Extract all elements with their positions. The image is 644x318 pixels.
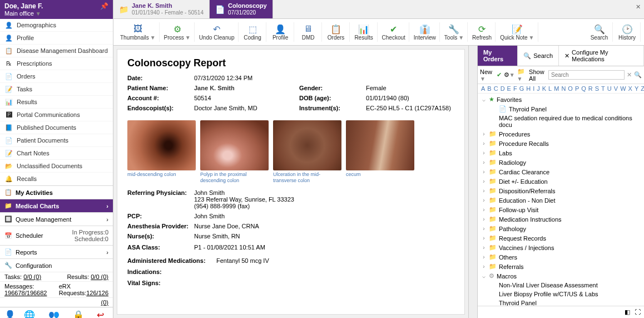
tree-node-9[interactable]: ›📁Disposition/Referrals (478, 186, 644, 195)
section-activities[interactable]: 📋My Activities (0, 185, 113, 199)
folder-dropdown[interactable]: 📁▼ (517, 68, 527, 82)
section-medical-charts[interactable]: 📁Medical Charts › (0, 199, 113, 212)
alpha-Q[interactable]: Q (580, 85, 587, 92)
btn-contacts[interactable]: 👥Contacts (42, 310, 66, 318)
tab-patient[interactable]: 📁Jane K. Smith01/01/1940 - Female - 5051… (113, 0, 210, 18)
pin-icon[interactable]: 📌 (100, 2, 108, 10)
alpha-J[interactable]: J (536, 85, 541, 92)
alpha-B[interactable]: B (486, 85, 492, 92)
alpha-U[interactable]: U (606, 85, 613, 92)
messages-link[interactable]: 196678/196682 (4, 290, 47, 296)
tree-node-8[interactable]: ›📁Diet +/- Education (478, 177, 644, 186)
alpha-R[interactable]: R (587, 85, 594, 92)
tree-node-1[interactable]: 📄Thyroid Panel (478, 104, 644, 114)
rb-tools[interactable]: 🔧Tools ▼ (441, 22, 468, 42)
tree-node-11[interactable]: ›📁Follow-up Visit (478, 205, 644, 214)
office-selector[interactable]: Main office ▼ (4, 10, 43, 17)
tree-node-17[interactable]: ›📁Referrals (478, 262, 644, 271)
section-reports[interactable]: 📄Reports › (0, 245, 113, 258)
results-link[interactable]: 0/0 (0) (91, 273, 108, 280)
tree-node-3[interactable]: ›📁Procedures (478, 129, 644, 139)
tree-node-12[interactable]: ›📁Medication Instructions (478, 214, 644, 224)
tree-node-0[interactable]: ⌵★Favorites (478, 95, 644, 104)
nav-tasks[interactable]: 📝Tasks (0, 83, 113, 96)
tree-node-18[interactable]: ⌵⚙Macros (478, 271, 644, 281)
rb-dmd[interactable]: 🖥DMD (295, 22, 322, 42)
alpha-A[interactable]: A (480, 85, 486, 92)
nav-orders[interactable]: 📄Orders (0, 70, 113, 83)
alpha-X[interactable]: X (627, 85, 633, 92)
btn-refs[interactable]: 🌐Refs (23, 310, 36, 318)
tree-node-4[interactable]: ›📁Procedure Recalls (478, 139, 644, 148)
tree-node-19[interactable]: Non-Viral Liver Disease Assessment (478, 281, 644, 290)
btn-lock[interactable]: 🔒Lock (72, 310, 85, 318)
rb-orders[interactable]: 📋Orders (323, 22, 350, 42)
nav-published[interactable]: 📘Published Documents (0, 121, 113, 134)
rb-refresh[interactable]: ⟳Refresh (469, 22, 496, 42)
alpha-T[interactable]: T (600, 85, 606, 92)
rb-quicknote[interactable]: 📝Quick Note ▼ (497, 22, 538, 42)
tree-node-5[interactable]: ›📁Labs (478, 148, 644, 158)
new-dropdown[interactable]: New ▼ (480, 69, 494, 82)
alpha-N[interactable]: N (560, 85, 567, 92)
rb-interview[interactable]: 👔Interview (410, 22, 440, 42)
report-panel[interactable]: Colonoscopy Report Date:07/31/2020 12:34… (117, 49, 465, 315)
tree-node-20[interactable]: Liver Biopsy Profile w/CT/US & Labs (478, 290, 644, 299)
section-config[interactable]: 🔧Configuration (0, 258, 113, 272)
alpha-C[interactable]: C (493, 85, 499, 92)
btn-prefs[interactable]: 👤Prefs (3, 310, 17, 318)
nav-results[interactable]: 📊Results (0, 96, 113, 109)
search-icon[interactable]: 🔍 (634, 71, 642, 79)
alpha-W[interactable]: W (619, 85, 627, 92)
orders-tab-1[interactable]: 🔍Search (518, 46, 559, 66)
close-icon[interactable]: ✕ (636, 3, 641, 11)
alpha-E[interactable]: E (506, 85, 512, 92)
tree-node-15[interactable]: ›📁Vaccines / Injections (478, 243, 644, 252)
rb-search[interactable]: 🔍Search (586, 22, 613, 42)
alpha-Y[interactable]: Y (633, 85, 640, 92)
rb-process[interactable]: ⚙Process ▼ (161, 22, 195, 42)
thumbnail-2[interactable]: Ulceration in the mid-transverse colon (273, 120, 341, 184)
alpha-L[interactable]: L (547, 85, 553, 92)
rb-history[interactable]: 🕑History (614, 22, 641, 42)
tree-node-10[interactable]: ›📁Education - Non Diet (478, 195, 644, 205)
alpha-O[interactable]: O (567, 85, 574, 92)
section-queue[interactable]: 🔲Queue Management › (0, 212, 113, 226)
tree-node-6[interactable]: ›📁Radiology (478, 158, 644, 167)
btn-logout[interactable]: ↩Logout (91, 310, 110, 318)
alpha-P[interactable]: P (574, 85, 580, 92)
nav-portal[interactable]: 🅿Portal Communications (0, 109, 113, 121)
tree-node-7[interactable]: ›📁Cardiac Clearance (478, 167, 644, 177)
tree-node-14[interactable]: ›📁Request Records (478, 233, 644, 243)
tasks-link[interactable]: 0/0 (0) (23, 273, 41, 280)
scrollbar[interactable] (468, 46, 477, 318)
alpha-S[interactable]: S (594, 85, 600, 92)
tree-node-16[interactable]: ›📁Others (478, 252, 644, 262)
alpha-G[interactable]: G (518, 85, 526, 92)
gear-dropdown[interactable]: ⚙▼ (504, 71, 515, 79)
rb-undo[interactable]: ↶Undo Cleanup (196, 22, 239, 42)
nav-demographics[interactable]: 👤Demographics (0, 19, 113, 32)
clear-icon[interactable]: ✕ (627, 71, 632, 79)
alpha-F[interactable]: F (512, 85, 518, 92)
rb-checkout[interactable]: ✔Checkout (379, 22, 409, 42)
alpha-Z[interactable]: Z (640, 85, 644, 92)
erx-link[interactable]: 126/126 (86, 290, 108, 296)
nav-unclassified[interactable]: 📂Unclassified Documents (0, 160, 113, 173)
rb-results[interactable]: 📊Results (351, 22, 378, 42)
tab-colonoscopy[interactable]: 📄Colonoscopy07/31/2020 (210, 0, 273, 18)
nav-patientdocs[interactable]: 📄Patient Documents (0, 134, 113, 147)
check-icon[interactable]: ✔ (497, 71, 502, 79)
orders-search-input[interactable] (548, 70, 625, 80)
orders-tab-2[interactable]: ✕Configure My Medications (559, 46, 644, 66)
alpha-K[interactable]: K (541, 85, 547, 92)
rb-coding[interactable]: ⬚Coding (240, 22, 266, 42)
collapse-icon[interactable]: ◧ (625, 309, 630, 316)
alpha-D[interactable]: D (499, 85, 506, 92)
tree-node-2[interactable]: MAC sedation required due to medical con… (478, 114, 644, 129)
tree-node-13[interactable]: ›📁Pathology (478, 224, 644, 233)
thumbnail-1[interactable]: Polyp in the proximal descending colon (200, 120, 269, 184)
orders-tab-0[interactable]: My Orders (478, 46, 518, 66)
alpha-I[interactable]: I (532, 85, 536, 92)
alpha-M[interactable]: M (553, 85, 560, 92)
